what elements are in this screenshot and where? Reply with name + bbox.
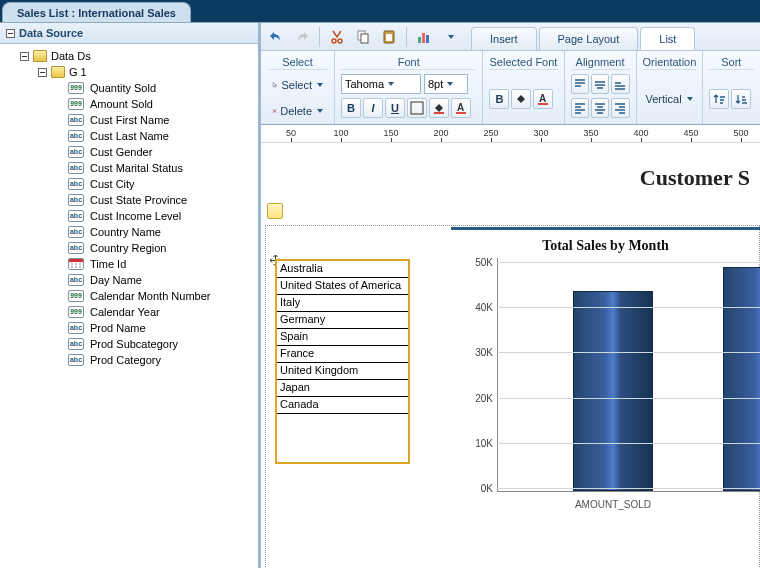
tree-field[interactable]: abcProd Category xyxy=(2,352,256,368)
y-tick-label: 50K xyxy=(467,257,493,268)
insert-dropdown[interactable] xyxy=(439,26,461,48)
ruler-label: 50 xyxy=(286,128,296,138)
tree-field[interactable]: 999Quantity Sold xyxy=(2,80,256,96)
list-item[interactable]: Spain xyxy=(277,329,408,346)
tree-field[interactable]: abcCust City xyxy=(2,176,256,192)
font-color-button[interactable]: A xyxy=(451,98,471,118)
tree-field[interactable]: abcCust Gender xyxy=(2,144,256,160)
delete-button[interactable]: Delete xyxy=(267,100,328,122)
ruler-label: 450 xyxy=(683,128,698,138)
selected-fill-button[interactable] xyxy=(511,89,531,109)
horizontal-ruler[interactable]: 50100150200250300350400450500 xyxy=(261,125,760,143)
list-item[interactable]: Canada xyxy=(277,397,408,414)
insert-chart-button[interactable] xyxy=(413,26,435,48)
orientation-combo[interactable]: Vertical xyxy=(641,90,698,108)
gridline xyxy=(497,352,760,353)
tree-field[interactable]: abcCust Income Level xyxy=(2,208,256,224)
group-alignment-title: Alignment xyxy=(571,54,630,70)
fill-color-button[interactable] xyxy=(429,98,449,118)
field-label: Cust Income Level xyxy=(90,210,181,222)
list-item[interactable]: United Kingdom xyxy=(277,363,408,380)
list-component-icon[interactable] xyxy=(267,203,283,219)
font-size-combo[interactable]: 8pt xyxy=(424,74,468,94)
bold-button[interactable]: B xyxy=(341,98,361,118)
tree-field[interactable]: abcCust Last Name xyxy=(2,128,256,144)
folder-icon xyxy=(33,50,47,62)
tree-field[interactable]: abcProd Subcategory xyxy=(2,336,256,352)
field-label: Cust Gender xyxy=(90,146,152,158)
report-canvas[interactable]: Customer S AustraliaUnited States of Ame… xyxy=(261,143,760,568)
document-tab[interactable]: Sales List : International Sales xyxy=(2,2,191,22)
border-button[interactable] xyxy=(407,98,427,118)
data-source-header[interactable]: Data Source xyxy=(0,23,258,44)
field-label: Quantity Sold xyxy=(90,82,156,94)
y-tick-label: 30K xyxy=(467,347,493,358)
list-item[interactable]: United States of America xyxy=(277,278,408,295)
field-label: Cust City xyxy=(90,178,135,190)
paste-button[interactable] xyxy=(378,26,400,48)
tree-field[interactable]: 999Calendar Month Number xyxy=(2,288,256,304)
group-orientation-title: Orientation xyxy=(643,54,696,70)
svg-rect-9 xyxy=(411,102,423,114)
field-label: Amount Sold xyxy=(90,98,153,110)
tree-field[interactable]: 999Calendar Year xyxy=(2,304,256,320)
svg-rect-5 xyxy=(386,34,392,41)
tab-list[interactable]: List xyxy=(640,27,695,50)
align-center-button[interactable] xyxy=(591,98,609,118)
text-field-icon: abc xyxy=(68,226,84,238)
field-label: Calendar Year xyxy=(90,306,160,318)
tab-page-layout[interactable]: Page Layout xyxy=(539,27,639,50)
redo-button[interactable] xyxy=(291,26,313,48)
tree-field[interactable]: abcCust State Province xyxy=(2,192,256,208)
copy-button[interactable] xyxy=(352,26,374,48)
selected-font-color-button[interactable]: A xyxy=(533,89,553,109)
text-field-icon: abc xyxy=(68,354,84,366)
list-item-empty[interactable] xyxy=(277,414,408,462)
cut-button[interactable] xyxy=(326,26,348,48)
minus-icon[interactable] xyxy=(20,52,29,61)
ruler-label: 200 xyxy=(433,128,448,138)
collapse-icon[interactable] xyxy=(6,29,15,38)
chart-component[interactable]: Total Sales by Month AMOUNT_SOLD 0K10K20… xyxy=(451,227,760,527)
ruler-label: 300 xyxy=(533,128,548,138)
tree-group[interactable]: G 1 xyxy=(2,64,256,80)
svg-rect-12 xyxy=(456,112,466,114)
tree-field[interactable]: abcCountry Name xyxy=(2,224,256,240)
country-list[interactable]: AustraliaUnited States of AmericaItalyGe… xyxy=(275,259,410,464)
tree-field[interactable]: abcProd Name xyxy=(2,320,256,336)
group-selected-font-title: Selected Font xyxy=(489,54,557,70)
underline-button[interactable]: U xyxy=(385,98,405,118)
tree-field[interactable]: 999Amount Sold xyxy=(2,96,256,112)
tree-field[interactable]: Time Id xyxy=(2,256,256,272)
ruler-label: 250 xyxy=(483,128,498,138)
align-left-button[interactable] xyxy=(571,98,589,118)
text-field-icon: abc xyxy=(68,162,84,174)
ruler-label: 500 xyxy=(733,128,748,138)
selected-bold-button[interactable]: B xyxy=(489,89,509,109)
align-right-button[interactable] xyxy=(611,98,629,118)
list-item[interactable]: Germany xyxy=(277,312,408,329)
group-font-title: Font xyxy=(341,54,476,70)
list-item[interactable]: Australia xyxy=(277,261,408,278)
list-item[interactable]: Italy xyxy=(277,295,408,312)
list-item[interactable]: Japan xyxy=(277,380,408,397)
sort-desc-button[interactable] xyxy=(731,89,751,109)
tree-field[interactable]: abcCountry Region xyxy=(2,240,256,256)
ruler-label: 350 xyxy=(583,128,598,138)
font-family-combo[interactable]: Tahoma xyxy=(341,74,421,94)
align-middle-button[interactable] xyxy=(591,74,609,94)
data-source-tree[interactable]: Data Ds G 1 999Quantity Sold999Amount So… xyxy=(0,44,258,568)
align-top-button[interactable] xyxy=(571,74,589,94)
align-bottom-button[interactable] xyxy=(611,74,629,94)
sort-asc-button[interactable] xyxy=(709,89,729,109)
tree-root[interactable]: Data Ds xyxy=(2,48,256,64)
italic-button[interactable]: I xyxy=(363,98,383,118)
list-item[interactable]: France xyxy=(277,346,408,363)
minus-icon[interactable] xyxy=(38,68,47,77)
undo-button[interactable] xyxy=(265,26,287,48)
tree-field[interactable]: abcCust First Name xyxy=(2,112,256,128)
select-button[interactable]: Select xyxy=(267,74,328,96)
tree-field[interactable]: abcDay Name xyxy=(2,272,256,288)
tab-insert[interactable]: Insert xyxy=(471,27,537,50)
tree-field[interactable]: abcCust Marital Status xyxy=(2,160,256,176)
